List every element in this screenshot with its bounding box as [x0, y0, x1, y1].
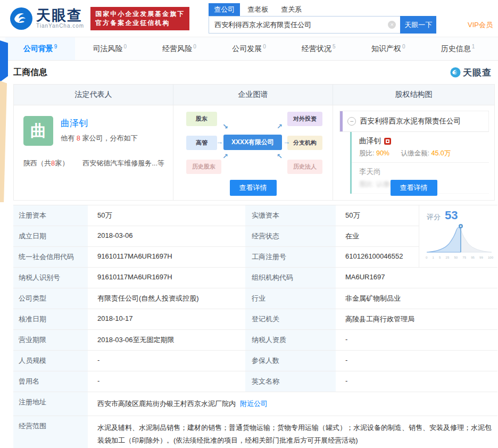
- equity-view-details-button[interactable]: 查看详情: [391, 180, 437, 196]
- legal-rep-name-link[interactable]: 曲泽钊: [61, 117, 137, 129]
- row-label: 参保人数: [245, 351, 336, 371]
- graph-node-shareholder[interactable]: 股东: [186, 112, 217, 126]
- tab-label: 历史信息: [441, 44, 471, 54]
- row-label: 注册资本: [13, 205, 88, 226]
- related-company-link[interactable]: 西安铭德汽车维修服务...等: [82, 159, 164, 168]
- company-count: 8: [77, 134, 80, 142]
- graph-node-executive[interactable]: 高管: [186, 136, 217, 150]
- search-tab-company[interactable]: 查公司: [209, 3, 240, 16]
- collapse-icon[interactable]: −: [347, 117, 356, 126]
- tianyancha-logo[interactable]: 天眼查 TianYanCha.com: [10, 7, 84, 30]
- watermark-eye-icon: [450, 67, 461, 78]
- logo-domain: TianYanCha.com: [36, 23, 84, 29]
- row-value: -: [336, 371, 497, 392]
- table-row: 核准日期 2018-10-17 登记机关 高陵县工商行政管理局: [13, 309, 497, 330]
- row-value: MA6UR1697: [336, 268, 497, 288]
- legal-rep-description: 他有 8 家公司，分布如下: [61, 134, 137, 143]
- row-value: 2018-10-17: [88, 309, 245, 329]
- graph-node-center-company[interactable]: XXXX有限公司: [223, 135, 282, 150]
- row-value: 高陵县工商行政管理局: [336, 309, 497, 329]
- tab-judicial-risk[interactable]: 司法风险0: [75, 37, 145, 60]
- tab-company-development[interactable]: 公司发展0: [214, 37, 284, 60]
- score-value: 53: [445, 209, 458, 222]
- graph-node-history-shareholder[interactable]: 历史股东: [186, 160, 221, 174]
- graph-node-investment[interactable]: 对外投资: [287, 112, 322, 126]
- tab-label: 知识产权: [371, 44, 401, 54]
- equity-root-company[interactable]: − 西安利得西京水泥有限责任公司: [339, 111, 489, 132]
- tab-company-background[interactable]: 公司背景9: [5, 37, 75, 60]
- region-prefix: 陕西（共: [23, 159, 51, 167]
- tab-intellectual-property[interactable]: 知识产权0: [353, 37, 423, 60]
- badge-line1: 国家中小企业发展基金旗下: [95, 10, 185, 19]
- row-value: -: [336, 351, 497, 371]
- tab-operating-status[interactable]: 经营状况5: [284, 37, 353, 60]
- row-label: 统一社会信用代码: [13, 247, 88, 267]
- arrow-up-left-icon: ↖: [277, 152, 283, 160]
- row-label: 经营状态: [245, 226, 336, 246]
- enterprise-graph-header: 企业图谱: [173, 85, 333, 105]
- row-label: 英文名称: [245, 371, 336, 392]
- row-label: 登记机关: [245, 309, 336, 329]
- row-label: 注册地址: [13, 392, 88, 416]
- legal-representative-panel: 曲 曲泽钊 他有 8 家公司，分布如下 陕西（共8家） 西安铭德汽车维修服务..…: [14, 105, 173, 200]
- tab-label: 经营风险: [162, 44, 192, 54]
- enterprise-graph-panel: 股东 对外投资 高管 XXXX有限公司 分支机构 历史股东 历史法人 ↘ ↗ →…: [173, 105, 333, 200]
- tab-label: 经营状况: [302, 44, 331, 54]
- graph-view-details-button[interactable]: 查看详情: [230, 180, 277, 196]
- search-tab-relation[interactable]: 查关系: [276, 3, 307, 16]
- arrow-up-right-icon: ↗: [222, 152, 228, 160]
- tab-count: 1: [472, 44, 475, 49]
- amount-label: 认缴金额:: [401, 150, 429, 157]
- tab-history-info[interactable]: 历史信息1: [423, 37, 493, 60]
- amount-value: 45.0万: [431, 150, 451, 157]
- tab-count: 0: [124, 44, 127, 49]
- arrow-right-icon: →: [283, 138, 290, 146]
- search-button[interactable]: 天眼一下: [400, 16, 436, 34]
- row-value: 50万: [88, 205, 245, 226]
- watermark-text: 天眼查: [463, 67, 492, 79]
- avatar[interactable]: 曲: [23, 116, 53, 146]
- root-bar: [340, 111, 343, 131]
- summary-panel: 法定代表人 企业图谱 股权结构图 曲 曲泽钊 他有 8 家公司，分布如下 陕西（…: [13, 84, 495, 201]
- region-suffix: 家）: [55, 159, 69, 167]
- equity-structure-panel: − 西安利得西京水泥有限责任公司 曲泽钊 股比: 90% 认缴金额: 45.0万: [333, 105, 494, 200]
- badge-line2: 官方备案企业征信机构: [95, 19, 185, 28]
- row-value: 非金属矿物制品业: [336, 288, 497, 309]
- left-edge-decoration-blue: [0, 40, 8, 82]
- gov-certification-badge: 国家中小企业发展基金旗下 官方备案企业征信机构: [90, 7, 189, 30]
- arrow-up-right-icon: ↗: [277, 122, 283, 130]
- tab-label: 公司背景: [23, 44, 53, 54]
- row-value: -: [88, 351, 245, 371]
- graph-node-history-legal[interactable]: 历史法人: [287, 160, 322, 174]
- desc-suffix: 家公司，分布如下: [80, 134, 138, 142]
- graph-node-branch[interactable]: 分支机构: [287, 136, 322, 150]
- arrow-right-icon: →: [216, 138, 223, 146]
- ratio-value: 90%: [376, 150, 389, 157]
- row-value: 91610117MA6UR1697H: [88, 268, 245, 288]
- holder-name: 曲泽钊: [359, 136, 381, 146]
- table-row: 公司类型 有限责任公司(自然人投资或控股) 行业 非金属矿物制品业: [13, 288, 497, 309]
- search-tabs: 查公司 查老板 查关系: [209, 3, 437, 16]
- holder-name: 李天尚: [359, 167, 381, 177]
- ratio-label: 股比:: [359, 180, 374, 188]
- row-label: 人员规模: [13, 351, 88, 371]
- table-row-business-scope: 经营范围 水泥及辅料、水泥制品销售；建材的销售；普通货物运输；货物专用运输（罐式…: [13, 416, 497, 448]
- search-input[interactable]: [209, 16, 400, 34]
- tab-count: 9: [54, 44, 57, 49]
- row-label: 纳税人资质: [245, 330, 336, 350]
- tianyancha-eye-icon: [10, 7, 33, 30]
- search-block: 查公司 查老板 查关系 × 天眼一下: [209, 3, 437, 34]
- vip-member-link[interactable]: VIP会员: [468, 20, 493, 30]
- ratio-label: 股比:: [359, 150, 374, 157]
- search-tab-boss[interactable]: 查老板: [242, 3, 273, 16]
- row-label: 核准日期: [13, 309, 88, 329]
- row-label: 曾用名: [13, 371, 88, 392]
- site-header: 天眼查 TianYanCha.com 国家中小企业发展基金旗下 官方备案企业征信…: [0, 0, 498, 37]
- nearby-companies-link[interactable]: 附近公司: [240, 400, 268, 408]
- desc-prefix: 他有: [61, 134, 77, 142]
- region-distribution-link[interactable]: 陕西（共8家）: [23, 159, 69, 168]
- company-nav-tabs: 公司背景9 司法风险0 经营风险0 公司发展0 经营状况5 知识产权0 历史信息…: [0, 37, 498, 61]
- section-title-business-info: 工商信息: [13, 67, 47, 78]
- equity-holder-row[interactable]: 曲泽钊 股比: 90% 认缴金额: 45.0万: [352, 132, 489, 163]
- tab-operation-risk[interactable]: 经营风险0: [145, 37, 214, 60]
